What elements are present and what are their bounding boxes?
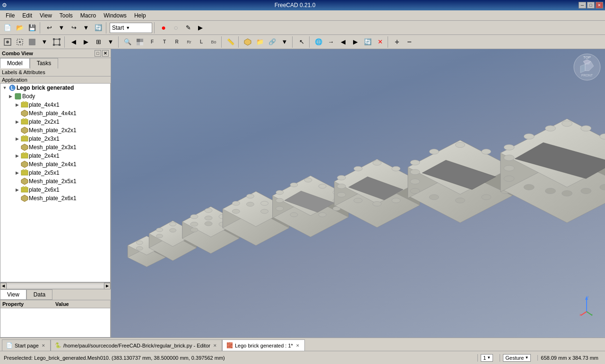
bottom-view[interactable]: Bo — [208, 36, 219, 48]
zoom-out-button[interactable]: − — [404, 36, 415, 48]
tab-view[interactable]: View — [0, 289, 26, 300]
redo-button[interactable]: ↪ — [68, 22, 79, 34]
sync-dropdown[interactable]: ▼ — [105, 36, 116, 48]
refresh-button[interactable]: 🔄 — [93, 22, 104, 34]
zoom-in-button[interactable]: + — [391, 36, 403, 48]
nav-btn1[interactable]: ◀ — [337, 36, 349, 48]
tree-plate2x4-node[interactable]: ▶ plate_2x4x1 — [0, 152, 110, 160]
tab-start-page[interactable]: 📄 Start page ✕ — [2, 339, 51, 351]
undo-button[interactable]: ↩ — [43, 22, 55, 34]
nav-back[interactable]: 🌐 — [313, 36, 324, 48]
edit-button[interactable]: ✎ — [182, 22, 194, 34]
3d-viewport[interactable]: TOP FRONT Z X Y — [111, 49, 605, 338]
select-button[interactable]: ↖ — [296, 36, 307, 48]
fit-selection-button[interactable] — [14, 36, 26, 48]
menu-edit[interactable]: Edit — [18, 11, 36, 20]
menu-macro[interactable]: Macro — [77, 11, 100, 20]
svg-rect-23 — [23, 119, 24, 120]
group-button[interactable]: 📁 — [254, 36, 266, 48]
part-button[interactable] — [242, 36, 253, 48]
save-button[interactable]: 💾 — [26, 22, 38, 34]
record-button[interactable]: ○ — [170, 22, 182, 34]
draw-style-dropdown[interactable]: ▼ — [39, 36, 50, 48]
tree-mesh2x6-node[interactable]: ▶ Mesh_plate_2x6x1 — [0, 194, 110, 203]
tree-plate2x6-node[interactable]: ▶ plate_2x6x1 — [0, 186, 110, 194]
tree-plate4x4-node[interactable]: ▶ plate_4x4x1 — [0, 101, 110, 109]
rear-view[interactable]: Rr — [183, 36, 195, 48]
svg-rect-19 — [23, 102, 24, 103]
redo-dropdown[interactable]: ▼ — [80, 22, 92, 34]
svg-rect-38 — [21, 187, 28, 192]
close-button[interactable]: ✕ — [596, 2, 603, 8]
tree-mesh2x3-node[interactable]: ▶ Mesh_plate_2x3x1 — [0, 143, 110, 152]
minimize-button[interactable]: ─ — [579, 2, 586, 8]
zoom-dropdown[interactable]: 1 ▼ — [481, 354, 493, 362]
tab-tasks[interactable]: Tasks — [30, 58, 59, 68]
play-button[interactable]: ▶ — [195, 22, 206, 34]
tree-mesh4x4-node[interactable]: ▶ Mesh_plate_4x4x1 — [0, 109, 110, 118]
nav-btn2[interactable]: ▶ — [350, 36, 361, 48]
tree-root-node[interactable]: ▼ L Lego brick generated — [0, 84, 110, 92]
link-button[interactable]: 🔗 — [267, 36, 278, 48]
maximize-button[interactable]: □ — [587, 2, 595, 8]
menu-windows[interactable]: Windows — [100, 11, 130, 20]
menu-view[interactable]: View — [36, 11, 56, 20]
tree-mesh2x2-node[interactable]: ▶ Mesh_plate_2x2x1 — [0, 126, 110, 135]
tree-plate2x2-node[interactable]: ▶ plate_2x2x1 — [0, 118, 110, 126]
draw-style-button[interactable] — [26, 36, 38, 48]
svg-rect-6 — [53, 38, 55, 40]
new-file-button[interactable]: 📄 — [2, 22, 13, 34]
svg-marker-33 — [21, 161, 28, 168]
fit-all-button[interactable] — [2, 36, 13, 48]
tree-plate2x3-node[interactable]: ▶ plate_2x3x1 — [0, 135, 110, 143]
navigation-cube[interactable]: TOP FRONT — [573, 53, 601, 81]
top-view[interactable]: T — [159, 36, 170, 48]
sync-view-button[interactable]: ⊞ — [93, 36, 104, 48]
tab-model-view[interactable]: 🧱 Lego brick generated : 1* ✕ — [222, 339, 305, 351]
open-file-button[interactable]: 📂 — [14, 22, 26, 34]
svg-point-91 — [304, 178, 312, 182]
panel-float-button[interactable]: □ — [95, 50, 101, 57]
nav-mode-dropdown[interactable]: Gesture ▼ — [503, 354, 531, 362]
fwd-view-button[interactable]: ▶ — [80, 36, 92, 48]
tree-area[interactable]: ▼ L Lego brick generated ▶ Body — [0, 83, 111, 282]
tab-data[interactable]: Data — [26, 289, 52, 300]
undo-dropdown[interactable]: ▼ — [56, 22, 67, 34]
nav-stop[interactable]: ✕ — [374, 36, 386, 48]
menu-help[interactable]: Help — [130, 11, 150, 20]
scroll-left[interactable]: ◀ — [0, 283, 7, 289]
right-view[interactable]: R — [171, 36, 182, 48]
labels-title: Labels & Attributes — [2, 69, 45, 75]
application-label: Application — [0, 76, 111, 83]
stop-button[interactable]: ● — [158, 22, 169, 34]
close-start-page[interactable]: ✕ — [41, 343, 46, 348]
close-model-view[interactable]: ✕ — [295, 343, 301, 348]
menu-tools[interactable]: Tools — [56, 11, 77, 20]
mesh2x2-label: Mesh_plate_2x2x1 — [29, 127, 77, 134]
nav-fwd[interactable]: → — [325, 36, 337, 48]
workbench-dropdown-icon[interactable]: ▼ — [126, 25, 130, 30]
tab-model[interactable]: Model — [0, 58, 30, 68]
panel-close-button[interactable]: ✕ — [102, 50, 109, 57]
menu-file[interactable]: File — [2, 11, 18, 20]
tree-body-node[interactable]: ▶ Body — [0, 92, 110, 101]
status-message: Preselected: Lego_brick_generated.Mesh01… — [4, 355, 474, 361]
nav-btn3[interactable]: 🔄 — [362, 36, 373, 48]
left-view[interactable]: L — [196, 36, 207, 48]
back-view-button[interactable]: ◀ — [68, 36, 79, 48]
close-editor[interactable]: ✕ — [212, 343, 218, 348]
scroll-right[interactable]: ▶ — [104, 283, 111, 289]
measure-button[interactable]: 📏 — [225, 36, 236, 48]
link-dropdown[interactable]: ▼ — [279, 36, 290, 48]
start-page-icon: 📄 — [6, 342, 13, 348]
front-view[interactable]: F — [147, 36, 158, 48]
zoom-icon[interactable]: 🔍 — [122, 36, 133, 48]
tree-plate2x5-node[interactable]: ▶ plate_2x5x1 — [0, 169, 110, 177]
nav-dropdown-arrow: ▼ — [525, 356, 528, 360]
tab-editor[interactable]: 🐍 /home/paul/sourcecode/FreeCAD-Brick/re… — [51, 339, 222, 351]
bounding-box-button[interactable] — [51, 36, 62, 48]
tree-mesh2x5-node[interactable]: ▶ Mesh_plate_2x5x1 — [0, 177, 110, 186]
svg-point-129 — [410, 179, 420, 184]
tree-mesh2x4-node[interactable]: ▶ Mesh_plate_2x4x1 — [0, 160, 110, 169]
std-views-button[interactable] — [134, 36, 146, 48]
